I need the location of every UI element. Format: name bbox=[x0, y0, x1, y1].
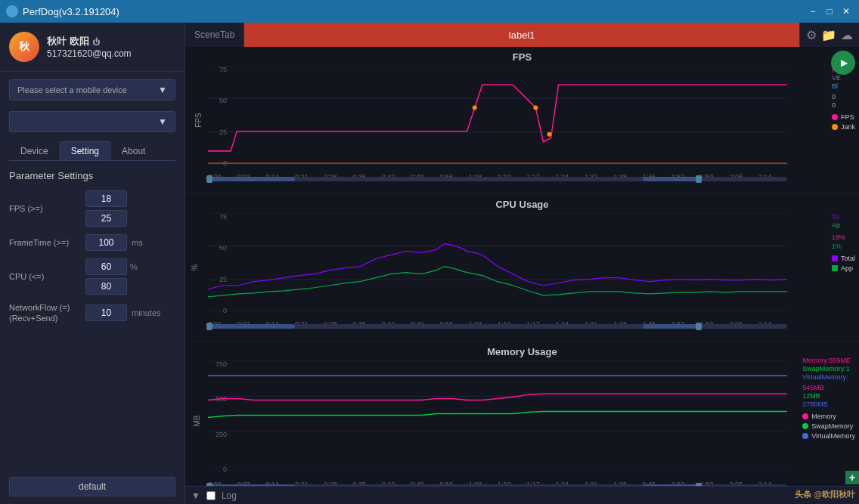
cpu-yaxis-label: % bbox=[191, 264, 199, 271]
device-select[interactable]: Please select a mobile device ▼ bbox=[9, 79, 175, 100]
cloud-icon[interactable]: ☁ bbox=[841, 28, 853, 42]
settings-icon[interactable]: ⚙ bbox=[806, 28, 817, 42]
avatar: 秋 bbox=[9, 32, 39, 62]
bottom-bar: ▼ Log bbox=[185, 486, 859, 504]
svg-point-6 bbox=[547, 132, 552, 137]
cpu-scrollbar-left-thumb[interactable] bbox=[208, 324, 295, 329]
cpu-input-1[interactable] bbox=[85, 258, 127, 275]
app-dropdown-arrow: ▼ bbox=[158, 116, 167, 127]
fps-yaxis-label: FPS bbox=[194, 113, 203, 127]
play-button[interactable] bbox=[831, 51, 855, 75]
cpu-legend-app: App bbox=[832, 264, 855, 272]
cpu-scrollbar-left-handle[interactable] bbox=[206, 323, 212, 330]
fps-scrollbar-right-handle[interactable] bbox=[696, 175, 702, 183]
fps-param-row: FPS (>=) bbox=[9, 190, 175, 227]
fps-scrollbar-thumb[interactable] bbox=[208, 177, 295, 181]
fps-scrollbar-left-handle[interactable] bbox=[206, 175, 212, 183]
memory-legend-memory: Memory bbox=[802, 413, 855, 420]
user-email: 517321620@qq.com bbox=[47, 48, 132, 59]
scene-tab-icons: ⚙ 📁 ☁ bbox=[799, 23, 859, 47]
memory-legend-swap: SwapMemory bbox=[802, 422, 855, 430]
frametime-param-row: FrameTime (>=) ms bbox=[9, 234, 175, 251]
title-bar-left: PerfDog(v3.2.191204) bbox=[6, 5, 119, 17]
log-checkbox[interactable] bbox=[206, 491, 216, 500]
cpu-chart-title: CPU Usage bbox=[495, 199, 548, 210]
fps-chart-title: FPS bbox=[513, 51, 532, 63]
memory-scrollbar-left-handle[interactable] bbox=[206, 483, 212, 486]
app-icon bbox=[6, 5, 18, 17]
charts-area: FPS FPS 75 50 25 0 bbox=[185, 47, 859, 486]
fps-input-1[interactable] bbox=[85, 190, 127, 207]
sidebar-tab-device[interactable]: Device bbox=[9, 141, 60, 160]
scene-tab-label[interactable]: SceneTab bbox=[185, 23, 244, 47]
fps-svg bbox=[208, 66, 787, 165]
close-button[interactable]: ✕ bbox=[839, 5, 853, 18]
memory-chart: Memory Usage MB 750 500 250 0 bbox=[185, 342, 859, 486]
cpu-scrollbar-right-thumb[interactable] bbox=[643, 324, 701, 329]
memory-svg bbox=[208, 360, 787, 467]
memory-legend: Memory:559ME SwapMemory:1 VirtualMemory:… bbox=[802, 357, 855, 442]
add-chart-button[interactable]: + bbox=[845, 471, 859, 484]
app-title: PerfDog(v3.2.191204) bbox=[23, 6, 119, 17]
title-bar-controls: − □ ✕ bbox=[806, 5, 853, 18]
device-select-arrow: ▼ bbox=[158, 85, 167, 95]
maximize-button[interactable]: □ bbox=[823, 5, 836, 18]
cpu-scrollbar-right-handle[interactable] bbox=[696, 323, 702, 330]
param-section: Parameter Settings FPS (>=) FrameTime (>… bbox=[0, 161, 185, 469]
network-input[interactable] bbox=[85, 305, 127, 321]
cpu-legend: To Ap 19% 1% Total App bbox=[832, 213, 855, 274]
fps-chart: FPS FPS 75 50 25 0 bbox=[185, 47, 859, 194]
network-label: NetworkFlow (=)(Recv+Send) bbox=[9, 302, 81, 324]
user-section: 秋 秋叶 欧阳 ⏻ 517321620@qq.com bbox=[0, 23, 185, 72]
sidebar-tab-about[interactable]: About bbox=[110, 141, 157, 160]
cpu-label: CPU (<=) bbox=[9, 272, 81, 281]
folder-icon[interactable]: 📁 bbox=[821, 28, 836, 42]
fps-param-group: FPS (>=) bbox=[9, 190, 175, 227]
fps-inputs bbox=[85, 190, 127, 227]
cpu-chart: CPU Usage % 75 50 25 0 bbox=[185, 194, 859, 342]
memory-scrollbar[interactable] bbox=[208, 484, 787, 486]
fps-scrollbar[interactable] bbox=[208, 177, 787, 181]
memory-chart-title: Memory Usage bbox=[487, 346, 557, 357]
sidebar-tab-setting[interactable]: Setting bbox=[60, 141, 110, 160]
memory-scrollbar-right-thumb[interactable] bbox=[643, 484, 701, 486]
memory-legend-virtual: VirtualMemory bbox=[802, 432, 855, 440]
tab-bar: DeviceSettingAbout bbox=[9, 141, 175, 161]
frametime-input[interactable] bbox=[85, 234, 127, 251]
scene-tab-content[interactable]: label1 bbox=[244, 23, 799, 47]
cpu-param-row: CPU (<=) % bbox=[9, 258, 175, 295]
fps-legend-jank: Jank bbox=[832, 123, 855, 131]
cpu-legend-total: Total bbox=[832, 255, 855, 262]
cpu-svg bbox=[208, 213, 787, 312]
collapse-button[interactable]: ▼ bbox=[191, 490, 200, 501]
fps-input-2[interactable] bbox=[85, 210, 127, 227]
fps-scrollbar-right-thumb[interactable] bbox=[643, 177, 701, 181]
log-label: Log bbox=[222, 490, 237, 501]
fps-legend: FF VE Bl 0 0 FPS Jank bbox=[832, 66, 855, 133]
minimize-button[interactable]: − bbox=[806, 5, 820, 18]
cpu-unit: % bbox=[130, 262, 138, 271]
cpu-input-2[interactable] bbox=[85, 278, 127, 295]
username-text: 秋叶 欧阳 bbox=[47, 35, 89, 48]
title-bar: PerfDog(v3.2.191204) − □ ✕ bbox=[0, 0, 859, 23]
app-dropdown[interactable]: ▼ bbox=[9, 111, 175, 132]
right-panel: SceneTab label1 ⚙ 📁 ☁ FPS FPS 75 50 25 0 bbox=[185, 23, 859, 504]
frametime-unit: ms bbox=[132, 238, 143, 247]
param-title: Parameter Settings bbox=[9, 170, 175, 181]
cpu-inputs: % bbox=[85, 258, 138, 295]
sidebar: 秋 秋叶 欧阳 ⏻ 517321620@qq.com Please select… bbox=[0, 23, 185, 504]
default-button[interactable]: default bbox=[9, 477, 175, 496]
cpu-scrollbar[interactable] bbox=[208, 324, 787, 329]
power-icon: ⏻ bbox=[92, 38, 100, 46]
network-param-row: NetworkFlow (=)(Recv+Send) minutes bbox=[9, 302, 175, 324]
network-param-group: NetworkFlow (=)(Recv+Send) minutes bbox=[9, 302, 175, 324]
memory-yaxis-label: MB bbox=[193, 415, 201, 426]
memory-scrollbar-right-handle[interactable] bbox=[696, 483, 702, 486]
network-unit: minutes bbox=[132, 308, 161, 317]
svg-point-5 bbox=[533, 105, 538, 110]
scene-tab-bar: SceneTab label1 ⚙ 📁 ☁ bbox=[185, 23, 859, 47]
fps-legend-fps: FPS bbox=[832, 113, 855, 121]
main-content: 秋 秋叶 欧阳 ⏻ 517321620@qq.com Please select… bbox=[0, 23, 859, 504]
memory-scrollbar-left-thumb[interactable] bbox=[208, 484, 295, 486]
frametime-label: FrameTime (>=) bbox=[9, 238, 81, 247]
